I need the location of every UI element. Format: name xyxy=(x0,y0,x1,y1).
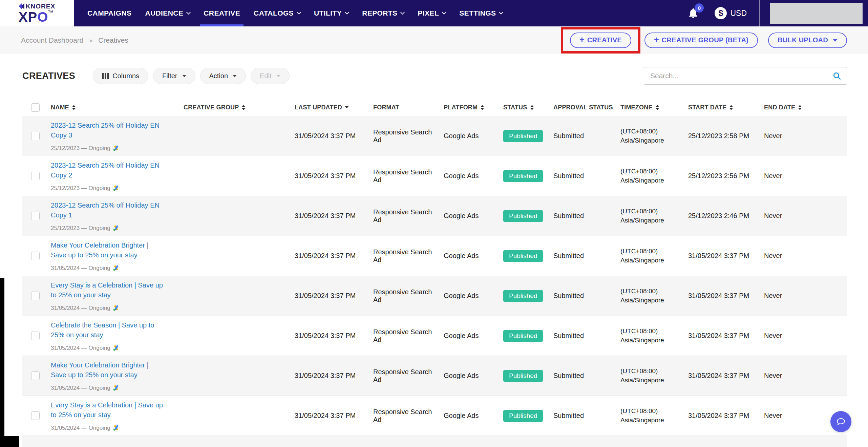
start-date-cell: 31/05/2024 3:37 PM xyxy=(681,292,757,300)
sort-desc-arrow xyxy=(72,108,76,110)
row-checkbox[interactable] xyxy=(31,132,40,140)
approval-status-cell: Submitted xyxy=(547,132,614,140)
row-checkbox-cell xyxy=(22,371,44,380)
nav-item-campaigns[interactable]: CAMPAIGNS xyxy=(81,0,138,26)
chevron-down-icon xyxy=(345,10,349,15)
format-cell: Responsive Search Ad xyxy=(366,168,437,184)
creative-name-link[interactable]: 2023-12 Search 25% off Holiday EN Copy 1 xyxy=(51,200,164,220)
currency-code: USD xyxy=(730,9,747,18)
screen-artifact-bar xyxy=(0,278,4,447)
row-checkbox[interactable] xyxy=(31,411,40,420)
creative-name-link[interactable]: 2023-12 Search 25% off Holiday EN Copy 3 xyxy=(51,121,164,140)
sort-icon xyxy=(530,105,534,110)
approval-status-cell: Submitted xyxy=(547,172,614,180)
format-cell: Responsive Search Ad xyxy=(366,208,437,224)
creative-name-link[interactable]: Make Your Celebration Brighter | Save up… xyxy=(51,360,164,380)
row-checkbox[interactable] xyxy=(31,172,40,180)
main-menu: CAMPAIGNSAUDIENCECREATIVECATALOGSUTILITY… xyxy=(81,0,509,26)
row-checkbox[interactable] xyxy=(31,212,40,220)
nav-item-label: CAMPAIGNS xyxy=(87,9,131,17)
breadcrumb-home-link[interactable]: Account Dashboard xyxy=(21,36,83,44)
column-header-start-date[interactable]: START DATE xyxy=(681,104,757,111)
nav-item-audience[interactable]: AUDIENCE xyxy=(138,0,197,26)
creative-name-link[interactable]: Celebrate the Season | Save up to 25% on… xyxy=(51,446,164,447)
format-cell: Responsive Search Ad xyxy=(366,328,437,344)
columns-icon xyxy=(102,73,109,79)
select-all-checkbox[interactable] xyxy=(31,103,40,112)
notifications-button[interactable]: 0 xyxy=(687,7,699,19)
creative-date-range: 25/12/2023 — Ongoing xyxy=(51,225,177,232)
google-ads-icon xyxy=(113,225,120,231)
format-cell: Responsive Search Ad xyxy=(366,248,437,264)
row-checkbox[interactable] xyxy=(31,371,40,380)
chevron-down-icon xyxy=(276,75,280,77)
timezone-cell: (UTC+08:00)Asia/Singapore xyxy=(614,327,681,345)
google-ads-icon xyxy=(113,305,120,311)
approval-status-cell: Submitted xyxy=(547,252,614,260)
timezone-cell: (UTC+08:00)Asia/Singapore xyxy=(614,207,681,225)
start-date-cell: 25/12/2023 2:56 PM xyxy=(681,172,757,180)
timezone-offset: (UTC+08:00) xyxy=(620,207,681,216)
creative-name-link[interactable]: Every Stay is a Celebration | Save up to… xyxy=(51,400,164,420)
creative-date-range: 31/05/2024 — Ongoing xyxy=(51,425,177,431)
sort-desc-arrow xyxy=(242,108,245,110)
nav-item-label: AUDIENCE xyxy=(145,9,183,17)
sort-icon xyxy=(729,105,733,110)
creative-name-link[interactable]: Every Stay is a Celebration | Save up to… xyxy=(51,280,164,300)
chevron-down-icon xyxy=(186,10,191,15)
table-row: Make Your Celebration Brighter | Save up… xyxy=(22,236,847,276)
action-button[interactable]: Action xyxy=(200,68,246,84)
timezone-region: Asia/Singapore xyxy=(620,176,681,185)
filter-button[interactable]: Filter xyxy=(153,68,195,84)
sort-asc-arrow xyxy=(798,105,802,107)
add-creative-button[interactable]: + CREATIVE xyxy=(570,33,631,48)
start-date-cell: 25/12/2023 2:46 PM xyxy=(681,212,757,220)
creative-name-link[interactable]: 2023-12 Search 25% off Holiday EN Copy 2 xyxy=(51,161,164,180)
column-label: STATUS xyxy=(503,104,527,111)
timezone-region: Asia/Singapore xyxy=(620,216,681,225)
nav-item-reports[interactable]: REPORTS xyxy=(355,0,411,26)
search-input[interactable] xyxy=(644,72,832,80)
column-header-end-date[interactable]: END DATE xyxy=(757,104,847,111)
timezone-cell: (UTC+08:00)Asia/Singapore xyxy=(614,127,681,145)
timezone-offset: (UTC+08:00) xyxy=(620,247,681,256)
column-header-last-updated[interactable]: LAST UPDATED xyxy=(288,104,366,111)
creative-name-link[interactable]: Make Your Celebration Brighter | Save up… xyxy=(51,240,164,260)
nav-item-utility[interactable]: UTILITY xyxy=(307,0,355,26)
column-header-creative-group[interactable]: CREATIVE GROUP xyxy=(177,104,288,111)
column-header-timezone[interactable]: TIMEZONE xyxy=(614,104,681,111)
nav-item-catalogs[interactable]: CATALOGS xyxy=(247,0,307,26)
date-range-text: 31/05/2024 — Ongoing xyxy=(51,305,110,312)
column-header-platform[interactable]: PLATFORM xyxy=(437,104,496,111)
platform-cell: Google Ads xyxy=(437,332,496,340)
timezone-region: Asia/Singapore xyxy=(620,256,681,265)
bulk-upload-button[interactable]: BULK UPLOAD xyxy=(768,33,847,48)
currency-selector[interactable]: $ USD xyxy=(715,7,747,19)
chat-support-button[interactable] xyxy=(830,411,851,432)
column-label: LAST UPDATED xyxy=(295,104,342,111)
column-header-name[interactable]: NAME xyxy=(44,104,177,111)
creative-name-cell: 2023-12 Search 25% off Holiday EN Copy 2… xyxy=(44,161,177,192)
brand-logo[interactable]: KNOREX XPOTM xyxy=(0,0,74,26)
nav-item-creative[interactable]: CREATIVE xyxy=(197,0,247,26)
search-icon[interactable] xyxy=(832,71,841,80)
nav-item-pixel[interactable]: PIXEL xyxy=(411,0,452,26)
top-navigation-bar: KNOREX XPOTM CAMPAIGNSAUDIENCECREATIVECA… xyxy=(0,0,868,26)
add-creative-group-button[interactable]: + CREATIVE GROUP (BETA) xyxy=(644,33,758,48)
columns-button[interactable]: Columns xyxy=(93,68,148,84)
status-cell: Published xyxy=(496,170,547,182)
row-checkbox[interactable] xyxy=(31,252,40,260)
table-row: Make Your Celebration Brighter | Save up… xyxy=(22,356,847,396)
status-badge: Published xyxy=(503,410,543,422)
sort-icon xyxy=(798,105,802,110)
header-actions: + CREATIVE + CREATIVE GROUP (BETA) BULK … xyxy=(561,27,847,54)
end-date-cell: Never xyxy=(757,252,847,260)
nav-item-label: UTILITY xyxy=(314,9,342,17)
notification-count-badge: 0 xyxy=(695,3,704,13)
column-header-select-all[interactable] xyxy=(22,103,44,112)
nav-item-settings[interactable]: SETTINGS xyxy=(452,0,509,26)
creative-name-link[interactable]: Celebrate the Season | Save up to 25% on… xyxy=(51,320,164,340)
column-header-status[interactable]: STATUS xyxy=(496,104,547,111)
row-checkbox[interactable] xyxy=(31,292,40,300)
row-checkbox[interactable] xyxy=(31,332,40,340)
